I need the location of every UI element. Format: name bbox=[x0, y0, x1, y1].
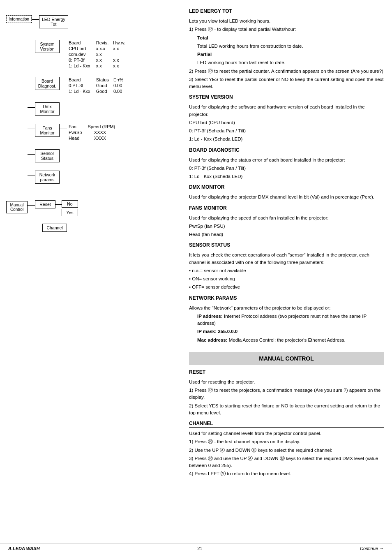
fans-monitor-node: Fans Monitor bbox=[35, 124, 60, 137]
channel-node: Channel bbox=[42, 224, 67, 232]
channel-section: CHANNEL Used for setting channel levels … bbox=[189, 421, 384, 478]
system-version-section: SYSTEM VERSION Used for displaying the s… bbox=[189, 94, 384, 143]
reset-section: RESET Used for resetting the projector. … bbox=[189, 369, 384, 416]
system-version-table: Board Revis. Hw.rv. CPU brd x.x.x x.x co… bbox=[67, 40, 127, 69]
network-params-section: NETWORK PARAMS Allows the "Network" para… bbox=[189, 295, 384, 344]
sensor-status-section: SENSOR STATUS It lets you check the corr… bbox=[189, 242, 384, 291]
fans-monitor-section: FANS MONITOR Used for displaying the spe… bbox=[189, 205, 384, 238]
led-energy-section: LED ENERGY TOT Lets you view total LED w… bbox=[189, 8, 384, 90]
board-diagnost-node: Board Diagnost. bbox=[35, 77, 60, 90]
fans-monitor-table: Fan Speed (RPM) PwrSp XXXX Head XXXX bbox=[67, 124, 117, 141]
system-version-title: SYSTEM VERSION bbox=[189, 94, 384, 101]
system-version-node: System Version bbox=[35, 40, 60, 53]
board-diagnostic-title: BOARD DIAGNOSTIC bbox=[189, 147, 384, 154]
channel-title: CHANNEL bbox=[189, 421, 384, 428]
reset-no-node: No bbox=[62, 200, 78, 208]
footer-continue: Continue → bbox=[360, 546, 384, 551]
board-diagnost-table: Board Status Err% 0:PT-3f Good 0.00 1: L… bbox=[67, 77, 125, 94]
reset-node: Reset bbox=[35, 200, 55, 208]
sensor-status-node: Sensor Status bbox=[35, 149, 60, 162]
dmx-monitor-section: DMX MONITOR Used for displaying the proj… bbox=[189, 184, 384, 201]
reset-yes-node: Yes bbox=[62, 209, 78, 216]
footer-brand: A.LEDA WASH bbox=[8, 546, 40, 551]
dmx-monitor-title: DMX MONITOR bbox=[189, 184, 384, 191]
manual-control-header: MANUAL CONTROL bbox=[189, 352, 384, 365]
board-diagnostic-section: BOARD DIAGNOSTIC Used for displaying the… bbox=[189, 147, 384, 180]
sensor-status-title: SENSOR STATUS bbox=[189, 242, 384, 249]
led-energy-node: LED Energy Tot bbox=[39, 15, 68, 28]
fans-monitor-title: FANS MONITOR bbox=[189, 205, 384, 212]
led-energy-body: Lets you view total LED working hours. 1… bbox=[189, 18, 384, 90]
led-energy-title: LED ENERGY TOT bbox=[189, 8, 384, 15]
information-node: Information bbox=[6, 15, 32, 23]
network-params-node: Network params bbox=[35, 171, 60, 184]
footer-page: 21 bbox=[197, 546, 202, 551]
reset-title: RESET bbox=[189, 369, 384, 376]
dmx-monitor-node: Dmx Monitor bbox=[35, 102, 60, 116]
network-params-title: NETWORK PARAMS bbox=[189, 295, 384, 302]
manual-control-node: Manual Control bbox=[6, 201, 28, 213]
